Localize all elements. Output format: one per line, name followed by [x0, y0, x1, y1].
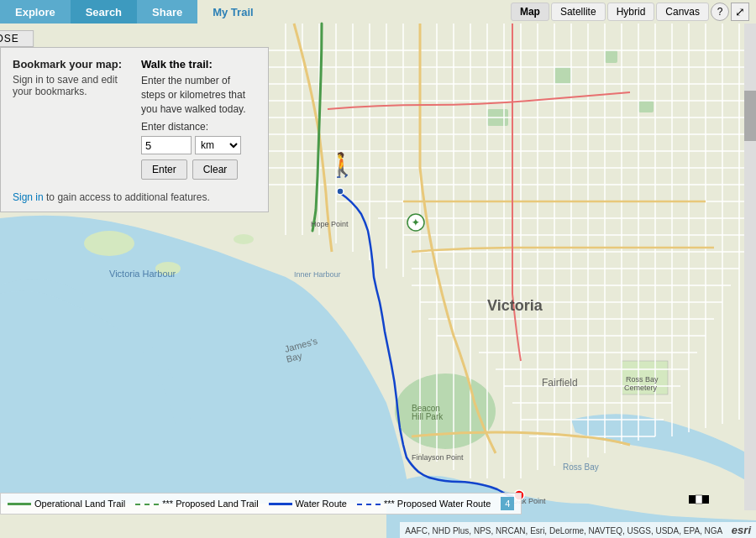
distance-row: kmmilessteps — [141, 136, 256, 154]
search-button[interactable]: Search — [71, 0, 137, 24]
svg-rect-8 — [622, 361, 668, 394]
close-button[interactable]: CLOSE — [0, 30, 34, 47]
legend-operational: Operational Land Trail — [8, 499, 125, 509]
attribution-bar: AAFC, NHD Plus, NPS, NRCAN, Esri, DeLorm… — [400, 522, 756, 538]
sidebar-panel: Bookmark your map: Sign in to save and e… — [0, 47, 269, 212]
distance-input[interactable] — [141, 136, 192, 154]
svg-rect-80 — [689, 495, 696, 504]
svg-text:Inner Harbour: Inner Harbour — [294, 270, 341, 279]
clear-button[interactable]: Clear — [192, 159, 239, 180]
legend-water-line — [269, 503, 292, 505]
scrollbar-thumb[interactable] — [744, 91, 756, 141]
map-type-satellite[interactable]: Satellite — [551, 3, 606, 21]
svg-text:✦: ✦ — [412, 217, 419, 227]
walk-desc: Enter the number of steps or kilometres … — [141, 74, 256, 116]
map-type-hybrid[interactable]: Hybrid — [607, 3, 655, 21]
svg-text:James's: James's — [283, 336, 318, 354]
svg-text:Cemetery: Cemetery — [624, 384, 658, 392]
svg-text:Hope Point: Hope Point — [311, 220, 349, 228]
svg-point-2 — [234, 234, 254, 244]
enter-button[interactable]: Enter — [141, 159, 187, 180]
svg-text:Beacon: Beacon — [412, 404, 440, 413]
legend-proposed-water-label: *** Proposed Water Route — [384, 499, 491, 509]
walk-section: Walk the trail: Enter the number of step… — [141, 58, 256, 185]
legend-water: Water Route — [269, 499, 347, 509]
help-button[interactable]: ? — [711, 3, 729, 21]
bookmark-title: Bookmark your map: — [13, 58, 128, 71]
svg-point-0 — [84, 231, 134, 256]
zoom-extent-button[interactable]: ⤢ — [731, 3, 749, 21]
svg-point-3 — [395, 373, 496, 449]
legend-proposed-water: *** Proposed Water Route — [357, 499, 491, 509]
legend-operational-line — [8, 503, 31, 505]
explore-button[interactable]: Explore — [0, 0, 71, 24]
esri-logo: esri — [732, 524, 751, 536]
svg-rect-5 — [554, 67, 571, 84]
map-type-map[interactable]: Map — [511, 3, 549, 21]
unit-select[interactable]: kmmilessteps — [195, 136, 241, 154]
walker-icon: 🚶 — [328, 151, 357, 179]
top-navigation: Explore Search Share My Trail Map Satell… — [0, 0, 756, 24]
mytrail-button[interactable]: My Trail — [197, 0, 268, 24]
svg-text:Finlayson Point: Finlayson Point — [412, 453, 464, 462]
legend-water-label: Water Route — [296, 499, 347, 509]
svg-text:Ross Bay: Ross Bay — [563, 462, 599, 472]
bookmark-desc: Sign in to save and edit your bookmarks. — [13, 74, 128, 97]
svg-point-78 — [407, 214, 424, 231]
legend-expand-button[interactable]: 4 — [501, 497, 514, 510]
map-scrollbar[interactable] — [744, 24, 756, 510]
svg-text:Hill Park: Hill Park — [412, 412, 444, 421]
attribution-text: AAFC, NHD Plus, NPS, NRCAN, Esri, DeLorm… — [405, 526, 722, 535]
legend-proposed-water-line — [357, 504, 381, 505]
enter-distance-label: Enter distance: — [141, 121, 256, 133]
walk-title: Walk the trail: — [141, 58, 256, 71]
action-buttons: Enter Clear — [141, 159, 256, 180]
svg-text:Victoria: Victoria — [487, 297, 543, 314]
legend-proposed-land-label: *** Proposed Land Trail — [162, 499, 258, 509]
share-button[interactable]: Share — [137, 0, 197, 24]
svg-point-77 — [337, 188, 344, 195]
svg-point-1 — [155, 262, 181, 275]
legend-bar: Operational Land Trail *** Proposed Land… — [0, 493, 522, 514]
legend-operational-label: Operational Land Trail — [34, 499, 125, 509]
svg-text:Ross Bay: Ross Bay — [626, 375, 659, 384]
svg-rect-6 — [605, 50, 617, 63]
svg-text:Victoria Harbour: Victoria Harbour — [109, 269, 176, 279]
signin-text: Sign in to gain access to additional fea… — [13, 191, 256, 203]
svg-text:Bay: Bay — [285, 350, 303, 364]
svg-rect-4 — [487, 109, 508, 126]
svg-rect-7 — [638, 101, 654, 112]
map-type-canvas[interactable]: Canvas — [656, 3, 709, 21]
legend-proposed-land: *** Proposed Land Trail — [135, 499, 258, 509]
map-type-buttons: Map Satellite Hybrid Canvas ? ⤢ — [511, 3, 749, 21]
svg-rect-81 — [696, 495, 702, 504]
signin-post: to gain access to additional features. — [44, 191, 210, 203]
svg-text:Fairfield: Fairfield — [542, 377, 578, 389]
sidebar-sections: Bookmark your map: Sign in to save and e… — [13, 58, 256, 185]
signin-link[interactable]: Sign in — [13, 191, 44, 203]
legend-proposed-land-line — [135, 504, 159, 505]
bookmark-section: Bookmark your map: Sign in to save and e… — [13, 58, 128, 185]
svg-rect-82 — [702, 495, 709, 504]
